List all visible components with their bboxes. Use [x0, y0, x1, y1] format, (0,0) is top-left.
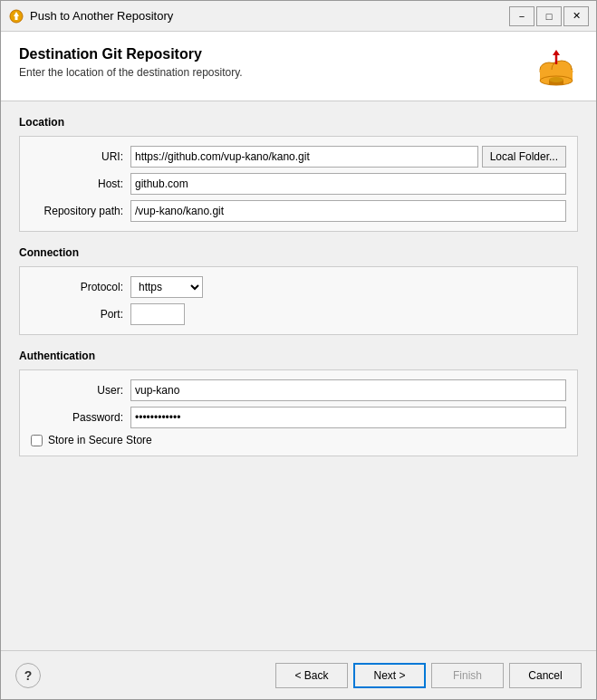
- protocol-label: Protocol:: [31, 281, 130, 293]
- port-row: Port:: [31, 303, 566, 325]
- authentication-section-label: Authentication: [19, 350, 578, 362]
- dialog-header: Destination Git Repository Enter the loc…: [1, 32, 596, 101]
- dialog-title: Destination Git Repository: [19, 46, 243, 62]
- dialog-subtitle: Enter the location of the destination re…: [19, 66, 243, 79]
- dialog-footer: ? < Back Next > Finish Cancel: [1, 650, 596, 699]
- location-section-label: Location: [19, 116, 578, 129]
- title-bar-icon: [8, 8, 24, 24]
- secure-store-checkbox[interactable]: [31, 435, 43, 446]
- minimize-button[interactable]: −: [509, 6, 534, 26]
- push-icon: [534, 46, 578, 90]
- protocol-row: Protocol: https ssh git: [31, 276, 566, 298]
- title-bar-title: Push to Another Repository: [30, 9, 509, 23]
- title-bar: Push to Another Repository − □ ✕: [1, 1, 596, 32]
- footer-buttons: < Back Next > Finish Cancel: [275, 663, 582, 688]
- back-button[interactable]: < Back: [275, 663, 348, 688]
- location-section: Location URI: Local Folder... Host:: [19, 116, 578, 232]
- connection-section-box: Protocol: https ssh git Port:: [19, 266, 578, 335]
- title-bar-controls: − □ ✕: [509, 6, 589, 26]
- main-window: Push to Another Repository − □ ✕ Destina…: [0, 0, 597, 700]
- finish-button[interactable]: Finish: [431, 663, 504, 688]
- uri-row: URI: Local Folder...: [31, 146, 566, 168]
- port-input[interactable]: [130, 303, 185, 325]
- user-input[interactable]: [130, 379, 566, 401]
- dialog-header-text: Destination Git Repository Enter the loc…: [19, 46, 243, 79]
- protocol-select[interactable]: https ssh git: [130, 276, 203, 298]
- connection-section: Connection Protocol: https ssh git Port:: [19, 246, 578, 335]
- host-label: Host:: [31, 177, 130, 190]
- host-row: Host:: [31, 173, 566, 195]
- password-input[interactable]: [130, 407, 566, 428]
- connection-section-label: Connection: [19, 246, 578, 259]
- repo-path-label: Repository path:: [31, 205, 130, 217]
- svg-point-10: [549, 77, 563, 82]
- location-section-box: URI: Local Folder... Host: Repository pa…: [19, 136, 578, 232]
- help-button[interactable]: ?: [15, 663, 41, 688]
- next-button[interactable]: Next >: [353, 663, 426, 688]
- password-label: Password:: [31, 411, 130, 424]
- uri-label: URI:: [31, 150, 130, 163]
- svg-rect-2: [15, 16, 18, 20]
- user-label: User:: [31, 384, 130, 397]
- cancel-button[interactable]: Cancel: [509, 663, 582, 688]
- authentication-section: Authentication User: Password: Store in …: [19, 350, 578, 456]
- maximize-button[interactable]: □: [536, 6, 562, 26]
- repo-path-row: Repository path:: [31, 200, 566, 222]
- port-label: Port:: [31, 308, 130, 321]
- host-input[interactable]: [130, 173, 566, 195]
- password-row: Password:: [31, 407, 566, 428]
- svg-marker-12: [553, 50, 560, 55]
- uri-input[interactable]: [130, 146, 478, 168]
- dialog-body: Location URI: Local Folder... Host:: [1, 101, 596, 650]
- secure-store-label: Store in Secure Store: [48, 434, 152, 446]
- local-folder-button[interactable]: Local Folder...: [482, 146, 566, 168]
- user-row: User:: [31, 379, 566, 401]
- close-button[interactable]: ✕: [563, 6, 589, 26]
- authentication-section-box: User: Password: Store in Secure Store: [19, 369, 578, 456]
- secure-store-row: Store in Secure Store: [31, 434, 566, 446]
- repo-path-input[interactable]: [130, 200, 566, 222]
